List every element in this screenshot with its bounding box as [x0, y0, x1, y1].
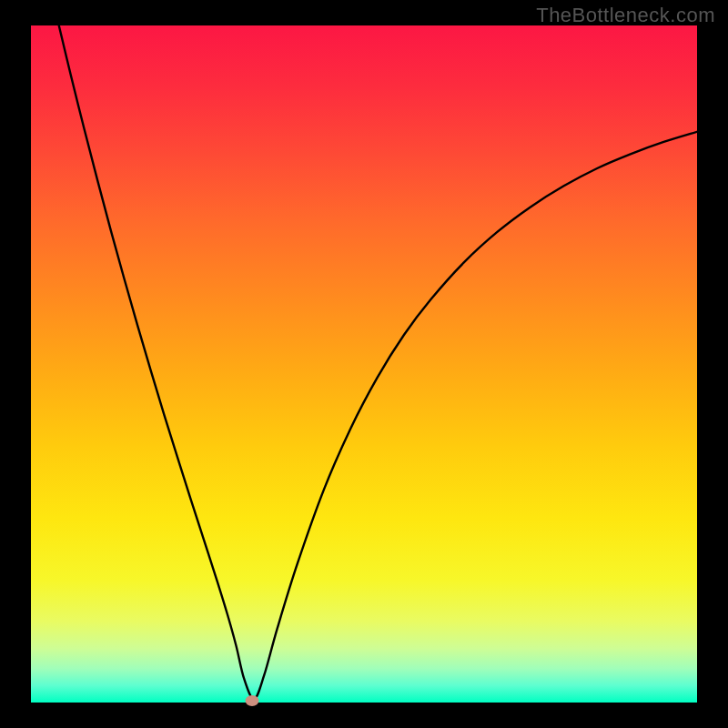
- plot-area: [31, 25, 697, 703]
- chart-frame: TheBottleneck.com: [0, 0, 728, 728]
- bottleneck-curve: [59, 25, 697, 699]
- optimum-marker: [246, 695, 259, 706]
- watermark-text: TheBottleneck.com: [536, 4, 715, 27]
- curve-layer: [31, 25, 697, 703]
